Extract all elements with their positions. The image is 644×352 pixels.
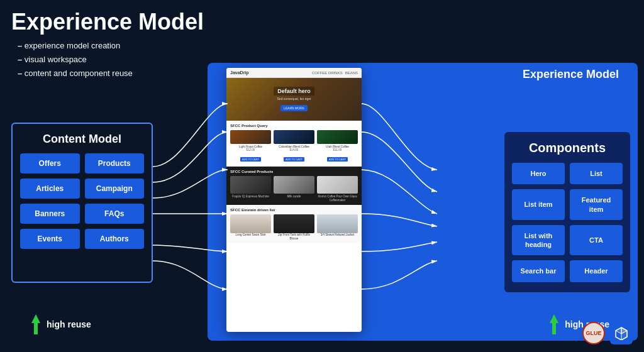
experience-model-label: Experience Model <box>523 68 619 81</box>
bullet-3: content and component reuse <box>18 67 133 80</box>
components-grid: Hero List List item Featured item List w… <box>512 163 623 282</box>
high-reuse-left: high reuse <box>31 314 91 334</box>
product-3-price: $11.00 <box>317 148 358 151</box>
comp-btn-search-bar[interactable]: Search bar <box>512 260 565 282</box>
bullet-2: visual workspace <box>18 53 133 67</box>
comp-btn-list-item[interactable]: List item <box>512 189 565 220</box>
comp-btn-cta[interactable]: CTA <box>570 225 623 256</box>
mockup-logo: JavaDrip <box>230 70 249 75</box>
fashion-2-image <box>274 214 314 233</box>
bottom-logos: GLUE <box>582 322 633 344</box>
product-2-image <box>274 130 314 144</box>
product-1-image <box>230 130 271 144</box>
fashion-3-image <box>317 214 358 233</box>
fashion-3-name: 3/4 Sleeve Relaxed Jacket <box>317 233 358 236</box>
curated-1-image <box>230 176 271 194</box>
content-btn-events[interactable]: Events <box>20 229 80 249</box>
nav-item-1: COFFEE DRINKS <box>312 71 343 75</box>
curated-3: Xiomio Coffee Pour Over Glass Coffeemake… <box>317 176 358 202</box>
products-section-title: SFCC Product Query <box>230 124 358 128</box>
product-2-price: $14.00 <box>274 148 314 151</box>
content-btn-articles[interactable]: Articles <box>20 179 80 199</box>
hero-subtitle: Sed consequat, leo eget <box>274 97 314 101</box>
nav-item-2: BEANS <box>345 71 358 75</box>
product-1: Light Roast Coffee $12.00 ADD TO CART <box>230 130 271 163</box>
product-3: Utah Blend Coffee $11.00 ADD TO CART <box>317 130 358 163</box>
curated-3-name: Xiomio Coffee Pour Over Glass Coffeemake… <box>317 195 358 202</box>
fashion-1-image <box>230 214 271 233</box>
fashion-3: 3/4 Sleeve Relaxed Jacket <box>317 214 358 240</box>
mockup-hero: Default hero Sed consequat, leo eget LEA… <box>226 78 362 121</box>
product-1-add: ADD TO CART <box>240 157 261 162</box>
mockup-topbar: JavaDrip COFFEE DRINKS BEANS <box>226 68 362 78</box>
content-btn-authors[interactable]: Authors <box>85 229 145 249</box>
curated-2-name: Milk carafe <box>274 195 314 198</box>
mockup-products-section: SFCC Product Query Light Roast Coffee $1… <box>226 121 362 167</box>
content-btn-banners[interactable]: Banners <box>20 204 80 224</box>
hero-overlay: Default hero Sed consequat, leo eget LEA… <box>274 87 314 112</box>
products-row: Light Roast Coffee $12.00 ADD TO CART Co… <box>230 130 358 163</box>
website-mockup: JavaDrip COFFEE DRINKS BEANS Default her… <box>226 68 362 332</box>
hero-cta-btn: LEARN MORE <box>280 105 308 111</box>
mockup-fashion-section: SFCC Einstein driven list Long Center Se… <box>226 205 362 243</box>
comp-btn-list-with-heading[interactable]: List with heading <box>512 225 565 256</box>
product-2-add: ADD TO CART <box>284 157 304 162</box>
arrow-up-right-shaft <box>552 323 556 334</box>
comp-btn-hero[interactable]: Hero <box>512 163 565 184</box>
arrow-up-left-head <box>31 314 40 323</box>
curated-1-name: Frapito IQ Espresso Machine <box>230 195 271 198</box>
svg-marker-3 <box>616 327 621 334</box>
comp-btn-featured-item[interactable]: Featured item <box>570 189 623 220</box>
arrow-up-left-shaft <box>34 323 38 334</box>
comp-btn-list[interactable]: List <box>570 163 623 184</box>
fashion-2-name: Zip Front Tank with Ruffle Blouse <box>274 233 314 240</box>
fashion-section-title: SFCC Einstein driven list <box>230 208 358 212</box>
curated-3-image <box>317 176 358 194</box>
comp-btn-header[interactable]: Header <box>570 260 623 282</box>
components-box: Components Hero List List item Featured … <box>504 132 630 292</box>
page-title: Experience Model <box>11 9 204 35</box>
content-grid: Offers Products Articles Campaign Banner… <box>20 153 144 249</box>
content-btn-campaign[interactable]: Campaign <box>85 179 145 199</box>
product-3-add: ADD TO CART <box>327 157 348 162</box>
curated-2: Milk carafe <box>274 176 314 202</box>
product-3-image <box>317 130 358 144</box>
components-title: Components <box>512 141 623 155</box>
glue-logo: GLUE <box>582 322 605 344</box>
content-btn-products[interactable]: Products <box>85 153 145 173</box>
arrow-up-right-head <box>550 314 558 323</box>
mockup-curated-section: SFCC Curated Products Frapito IQ Espress… <box>226 167 362 205</box>
product-2: Colombian Blend Coffee $14.00 ADD TO CAR… <box>274 130 314 163</box>
content-btn-faqs[interactable]: FAQs <box>85 204 145 224</box>
product-1-price: $12.00 <box>230 148 271 151</box>
content-model-box: Content Model Offers Products Articles C… <box>11 123 153 283</box>
curated-row: Frapito IQ Espresso Machine Milk carafe … <box>230 176 358 202</box>
content-btn-offers[interactable]: Offers <box>20 153 80 173</box>
curated-section-title: SFCC Curated Products <box>230 170 358 173</box>
cube-logo <box>610 322 633 344</box>
curated-2-image <box>274 176 314 194</box>
high-reuse-left-label: high reuse <box>47 319 91 329</box>
fashion-2: Zip Front Tank with Ruffle Blouse <box>274 214 314 240</box>
content-model-title: Content Model <box>20 133 144 146</box>
fashion-1: Long Center Seam Skirt <box>230 214 271 240</box>
mockup-nav: COFFEE DRINKS BEANS <box>312 71 358 75</box>
bullets-list: experience model creation visual workspa… <box>18 39 133 80</box>
fashion-1-name: Long Center Seam Skirt <box>230 233 271 236</box>
curated-1: Frapito IQ Espresso Machine <box>230 176 271 202</box>
bullet-1: experience model creation <box>18 39 133 53</box>
hero-title: Default hero <box>274 87 314 96</box>
fashion-row: Long Center Seam Skirt Zip Front Tank wi… <box>230 214 358 240</box>
